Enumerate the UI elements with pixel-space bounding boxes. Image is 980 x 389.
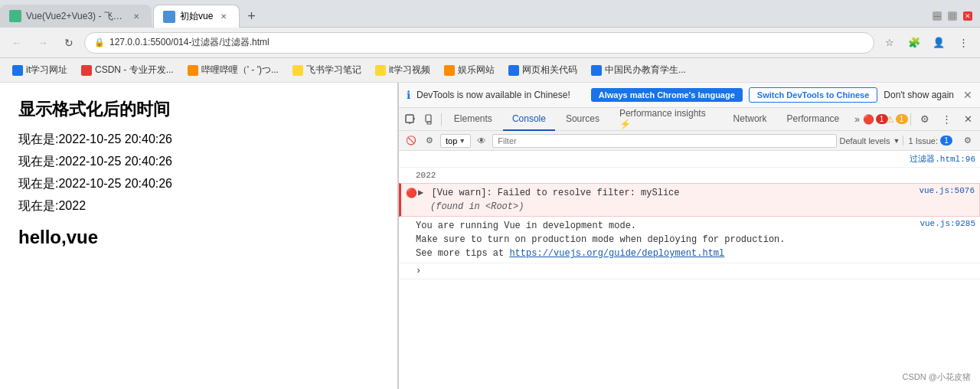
error-badge[interactable]: 🔴 1	[866, 110, 884, 129]
filter-row-icon	[403, 153, 416, 155]
address-text: 127.0.0.1:5500/014-过滤器/过滤器.html	[109, 36, 864, 49]
console-year-line: 2022	[399, 168, 980, 183]
default-levels-label: Default levels	[840, 136, 890, 145]
page-hello: hello,vue	[18, 227, 379, 248]
reload-button[interactable]: ↻	[58, 32, 80, 54]
extensions-icon[interactable]: 🧩	[903, 32, 925, 54]
error-row-content: ▶ [Vue warn]: Failed to resolve filter: …	[418, 186, 911, 214]
year-text: 2022	[416, 171, 436, 180]
inspect-element-icon[interactable]	[402, 110, 419, 129]
notification-close-icon[interactable]: ✕	[963, 89, 972, 101]
menu-icon[interactable]: ⋮	[952, 32, 974, 54]
tab-network[interactable]: Network	[724, 108, 776, 131]
page-title: 显示格式化后的时间	[18, 98, 379, 121]
settings-icon[interactable]: ⚙	[916, 110, 934, 129]
bookmarks-bar: it学习网址 CSDN - 专业开发... 哔哩哔哩（' - ')つ... 飞书…	[0, 58, 980, 83]
console-right: Default levels ▼ 1 Issue: 1 ⚙	[840, 133, 976, 149]
tab-sources[interactable]: Sources	[557, 108, 609, 131]
bookmark-icon-6	[444, 65, 455, 76]
window-buttons: — □ ✕	[925, 5, 980, 27]
tab-console[interactable]: Console	[503, 108, 555, 131]
issues-settings-icon[interactable]: ⚙	[960, 133, 975, 149]
page-content: 显示格式化后的时间 现在是:2022-10-25 20:40:26 现在是:20…	[0, 83, 398, 389]
always-match-language-button[interactable]: Always match Chrome's language	[591, 88, 743, 102]
bookmark-icon-2	[81, 65, 92, 76]
bookmark-label-5: it学习视频	[389, 64, 430, 77]
dont-show-again-link[interactable]: Don't show again	[884, 90, 954, 100]
expand-error-arrow[interactable]: ▶	[418, 188, 423, 198]
bookmark-video[interactable]: it学习视频	[369, 61, 436, 79]
issues-count: 1	[940, 136, 952, 145]
tab-close-vue-docs[interactable]: ✕	[130, 10, 142, 22]
main-area: 显示格式化后的时间 现在是:2022-10-25 20:40:26 现在是:20…	[0, 83, 980, 389]
back-button[interactable]: ←	[6, 32, 28, 54]
device-toolbar-icon[interactable]	[420, 110, 437, 129]
attribution: CSDN @小花皮猪	[903, 371, 971, 383]
toolbar-separator-1	[441, 113, 442, 126]
tab-performance[interactable]: Performance	[778, 108, 849, 131]
top-label: top	[446, 136, 457, 145]
svg-rect-3	[426, 115, 431, 122]
filter-input[interactable]	[492, 134, 836, 148]
maximize-button[interactable]: □	[948, 11, 957, 21]
bookmark-label-2: CSDN - 专业开发...	[95, 64, 174, 77]
bookmark-entertainment[interactable]: 娱乐网站	[438, 61, 501, 79]
new-tab-button[interactable]: +	[240, 5, 263, 28]
eye-icon[interactable]: 👁	[474, 133, 489, 149]
bookmark-edu[interactable]: 中国民办教育学生...	[585, 61, 692, 79]
profile-icon[interactable]: 👤	[928, 32, 949, 54]
svg-rect-0	[406, 115, 413, 123]
devtools-right-buttons: 🔴 1 ⚠ 1 ⚙ ⋮ ✕	[866, 110, 977, 129]
found-in-text: (found in <Root>)	[418, 200, 911, 214]
nav-bar: ← → ↻ 🔒 127.0.0.1:5500/014-过滤器/过滤器.html …	[0, 28, 980, 58]
bookmark-it-study[interactable]: it学习网址	[6, 61, 74, 79]
warning-badge[interactable]: ⚠ 1	[887, 110, 906, 129]
info-line-3: See more tips at https://vuejs.org/guide…	[416, 247, 912, 260]
tab-label-vue-docs: Vue(Vue2+Vue3) - 飞书云文档	[26, 10, 126, 23]
vue-warn-error-row: 🔴 ▶ [Vue warn]: Failed to resolve filter…	[399, 183, 980, 217]
bookmark-feishu[interactable]: 飞书学习笔记	[286, 61, 368, 79]
bookmark-csdn[interactable]: CSDN - 专业开发...	[75, 61, 180, 79]
close-devtools-icon[interactable]: ✕	[959, 110, 977, 129]
tab-performance-insights[interactable]: Performance insights ⚡	[610, 108, 723, 131]
tab-elements[interactable]: Elements	[445, 108, 501, 131]
devtools-toolbar: Elements Console Sources Performance ins…	[399, 108, 980, 131]
info-source-link[interactable]: vue.js:9285	[912, 219, 975, 228]
bookmark-bilibili[interactable]: 哔哩哔哩（' - ')つ...	[181, 61, 285, 79]
console-settings-icon[interactable]: ⚙	[422, 133, 437, 149]
info-row-content: You are running Vue in development mode.…	[416, 219, 912, 260]
bookmark-code[interactable]: 网页相关代码	[502, 61, 583, 79]
tab-vue-docs[interactable]: Vue(Vue2+Vue3) - 飞书云文档 ✕	[0, 5, 152, 28]
forward-button[interactable]: →	[32, 32, 54, 54]
vue-deployment-link[interactable]: https://vuejs.org/guide/deployment.html	[509, 248, 724, 259]
tab-init-vue[interactable]: 初始vue ✕	[153, 5, 240, 28]
minimize-button[interactable]: —	[933, 11, 942, 21]
top-context-selector[interactable]: top ▼	[440, 134, 471, 148]
info-line-1: You are running Vue in development mode.	[416, 219, 912, 233]
bookmark-label-7: 网页相关代码	[522, 64, 577, 77]
expand-row: ›	[399, 263, 980, 279]
page-line-4: 现在是:2022	[18, 198, 379, 214]
customize-icon[interactable]: ⋮	[937, 110, 956, 129]
address-bar[interactable]: 🔒 127.0.0.1:5500/014-过滤器/过滤器.html	[84, 32, 874, 54]
notification-text: DevTools is now available in Chinese!	[416, 90, 585, 100]
info-line-2: Make sure to turn on production mode whe…	[416, 233, 912, 247]
error-source-link[interactable]: vue.js:5076	[911, 186, 975, 195]
levels-dropdown-arrow: ▼	[893, 137, 900, 145]
expand-chevron-icon[interactable]: ›	[416, 266, 421, 276]
close-button[interactable]: ✕	[963, 11, 972, 21]
devtools-notification: ℹ DevTools is now available in Chinese! …	[399, 83, 980, 108]
bookmark-icon[interactable]: ☆	[879, 32, 900, 54]
clear-console-icon[interactable]: 🚫	[403, 133, 419, 149]
tab-close-init-vue[interactable]: ✕	[217, 11, 230, 23]
svg-rect-4	[427, 122, 431, 124]
filter-link-row: 过滤器.html:96	[399, 151, 980, 168]
tab-label-init-vue: 初始vue	[180, 10, 213, 23]
filter-link[interactable]: 过滤器.html:96	[902, 153, 975, 165]
error-circle-icon: 🔴	[406, 188, 417, 199]
bookmark-label-4: 飞书学习笔记	[306, 64, 361, 77]
tab-favicon-init	[163, 11, 175, 23]
top-dropdown-arrow: ▼	[459, 137, 466, 145]
switch-devtools-language-button[interactable]: Switch DevTools to Chinese	[749, 87, 878, 103]
bookmark-label-8: 中国民办教育学生...	[605, 64, 686, 77]
